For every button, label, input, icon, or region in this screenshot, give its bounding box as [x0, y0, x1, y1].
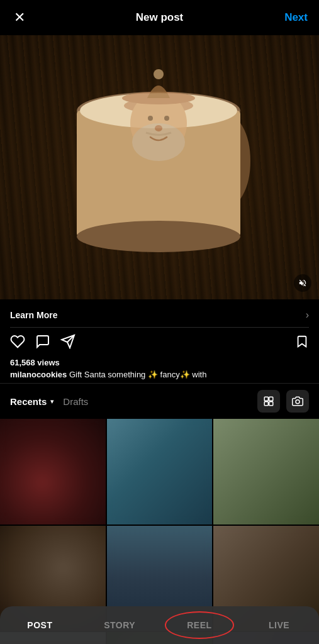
- tab-post-label: POST: [27, 620, 52, 630]
- dropdown-arrow-icon[interactable]: ▾: [50, 397, 54, 406]
- post-actions: Learn More ›: [0, 299, 319, 384]
- bookmark-icon[interactable]: [295, 335, 309, 352]
- svg-rect-14: [264, 397, 268, 401]
- header: ✕ New post Next: [0, 0, 319, 35]
- share-icon[interactable]: [60, 334, 76, 353]
- grid-cell-2[interactable]: [107, 419, 213, 525]
- recents-bar: Recents ▾ Drafts: [0, 384, 319, 419]
- svg-rect-16: [264, 402, 268, 406]
- tab-story-label: STORY: [104, 620, 135, 630]
- drafts-label[interactable]: Drafts: [63, 396, 88, 407]
- svg-rect-17: [269, 402, 273, 406]
- multiselect-button[interactable]: [257, 390, 280, 413]
- tab-post[interactable]: POST: [0, 606, 80, 644]
- tab-story[interactable]: STORY: [80, 606, 160, 644]
- views-count: 61,568 views: [10, 358, 309, 367]
- next-button[interactable]: Next: [284, 11, 308, 24]
- chevron-right-icon: ›: [306, 309, 309, 321]
- action-icons-row: [10, 334, 309, 353]
- svg-point-7: [154, 69, 164, 79]
- page-title: New post: [136, 11, 184, 24]
- latte-art: [65, 60, 254, 274]
- preview-image: [0, 35, 319, 299]
- tab-live-label: LIVE: [269, 620, 289, 630]
- svg-point-2: [77, 221, 240, 252]
- learn-more-label[interactable]: Learn More: [10, 310, 57, 320]
- comment-icon[interactable]: [35, 334, 50, 353]
- caption: milanocookies Gift Santa something ✨ fan…: [10, 370, 309, 379]
- svg-point-9: [148, 116, 153, 121]
- recents-right: [257, 390, 309, 413]
- tab-live[interactable]: LIVE: [239, 606, 319, 644]
- heart-icon[interactable]: [10, 334, 25, 353]
- grid-cell-3[interactable]: [213, 419, 319, 525]
- tab-reel[interactable]: REEL: [160, 606, 240, 644]
- svg-point-10: [164, 116, 169, 121]
- action-icons-left: [10, 334, 76, 353]
- close-button[interactable]: ✕: [11, 8, 28, 27]
- recents-left: Recents ▾ Drafts: [10, 396, 88, 407]
- caption-content: Gift Santa something ✨ fancy✨ with: [69, 370, 206, 379]
- mute-icon[interactable]: [294, 274, 311, 292]
- tab-bar: POST STORY REEL LIVE: [0, 606, 319, 644]
- tab-reel-label: REEL: [187, 620, 211, 630]
- recents-label[interactable]: Recents: [10, 396, 47, 407]
- svg-point-11: [155, 125, 162, 131]
- camera-button[interactable]: [286, 390, 309, 413]
- app-container: ✕ New post Next: [0, 0, 319, 644]
- grid-cell-1[interactable]: [0, 419, 106, 525]
- learn-more-row: Learn More ›: [10, 306, 309, 328]
- caption-username: milanocookies: [10, 370, 67, 379]
- svg-rect-15: [269, 397, 273, 401]
- svg-point-18: [296, 400, 299, 404]
